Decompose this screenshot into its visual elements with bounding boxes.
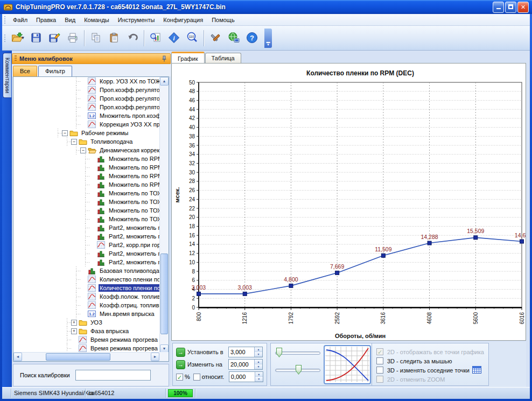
spin-down-icon[interactable]: ▼: [255, 377, 263, 382]
data-point[interactable]: [520, 240, 524, 243]
horizontal-slider-2[interactable]: [275, 365, 320, 375]
spin-up-icon[interactable]: ▲: [255, 360, 262, 364]
2d-cancel-zoom-checkbox[interactable]: [376, 376, 383, 383]
data-point[interactable]: [428, 241, 431, 245]
tree-item[interactable]: Множитель по ТОЖ 1 (L-p: [13, 206, 160, 215]
help-button[interactable]: ?: [243, 29, 261, 48]
tree-item[interactable]: Множитель по RPM-GBC 1: [13, 172, 160, 180]
scroll-up-button[interactable]: ▲: [160, 77, 169, 86]
tree-item[interactable]: Время режима прогрева (для УОЗ: [13, 335, 160, 344]
data-point[interactable]: [289, 284, 293, 287]
change-value-input[interactable]: [229, 360, 254, 369]
open-dropdown-icon[interactable]: ▼: [21, 36, 25, 40]
collapse-icon[interactable]: −: [80, 147, 86, 153]
tree-item[interactable]: Коэфф.полож. топливной плен: [13, 292, 160, 301]
grid-icon[interactable]: [472, 366, 481, 375]
tree-item[interactable]: −Рабочие режимы: [13, 129, 160, 137]
undo-button[interactable]: [123, 29, 142, 48]
comments-tab[interactable]: Комментарии: [3, 53, 11, 98]
search-input[interactable]: [75, 370, 151, 381]
horizontal-slider-1[interactable]: [275, 348, 320, 358]
data-point[interactable]: [474, 236, 478, 240]
spin-down-icon[interactable]: ▼: [255, 352, 262, 357]
tree-vertical-scrollbar[interactable]: ▲ ▼: [159, 77, 169, 353]
menu-item[interactable]: Файл: [9, 15, 32, 25]
tree-item[interactable]: Базовая топливоподача: [13, 266, 160, 275]
data-point[interactable]: [381, 254, 385, 257]
menu-item[interactable]: Помощь: [207, 15, 239, 25]
spin-up-icon[interactable]: ▲: [255, 347, 262, 352]
slider-thumb[interactable]: [296, 365, 302, 375]
tree-item[interactable]: Part2, корр.при горячем пу: [13, 241, 160, 249]
tab-all[interactable]: Все: [13, 66, 37, 76]
tree-item[interactable]: Part2, множитель по ТОЖ: [13, 258, 160, 266]
tree-item[interactable]: −Динамическая коррекция в р: [13, 146, 160, 154]
data-point[interactable]: [335, 271, 339, 275]
spin-up-icon[interactable]: ▲: [255, 372, 263, 377]
expand-icon[interactable]: +: [71, 328, 77, 334]
plot-area[interactable]: [199, 82, 522, 307]
tree-item[interactable]: Множитель по ТОЖ 2 (L-p: [13, 198, 160, 206]
paste-button[interactable]: [105, 29, 123, 48]
copy-button[interactable]: [87, 29, 105, 48]
tree-item[interactable]: Part2, множитель по ТОЖ: [13, 223, 160, 232]
pin-icon[interactable]: [161, 55, 167, 62]
tree-horizontal-scrollbar[interactable]: ◄ ►: [13, 352, 159, 361]
menu-item[interactable]: Инструменты: [114, 15, 159, 25]
data-point[interactable]: [243, 292, 247, 296]
slider-thumb[interactable]: [276, 348, 282, 357]
change-value-button[interactable]: →: [176, 360, 185, 369]
3d-follow-mouse-checkbox[interactable]: [376, 357, 383, 364]
collapse-icon[interactable]: −: [62, 130, 68, 136]
menu-item[interactable]: Правка: [32, 15, 60, 25]
scroll-left-button[interactable]: ◄: [13, 353, 22, 361]
save-as-button[interactable]: [45, 29, 64, 48]
maximize-button[interactable]: [505, 2, 516, 13]
tree-item[interactable]: Проп.коэфф.регулятора УОЗ 2: [13, 103, 160, 111]
option-2d-show-all-points[interactable]: ✓2D - отображать все точки графика: [376, 348, 484, 356]
toolbar-overflow-button[interactable]: ▬▾: [264, 29, 272, 48]
tree-item[interactable]: Part2, множитель по ТОЖ: [13, 249, 160, 258]
vertical-scroll-thumb[interactable]: [160, 254, 168, 334]
scroll-right-button[interactable]: ►: [151, 353, 159, 361]
tree-item[interactable]: Количество пленки по RPM (IN: [13, 275, 160, 284]
minimize-button[interactable]: [493, 2, 504, 13]
set-value-input[interactable]: [229, 347, 254, 357]
tree-item[interactable]: Множитель по ТОЖ 2 (L-p: [13, 215, 160, 223]
option-3d-follow-mouse[interactable]: 3D - следить за мышью: [376, 357, 452, 365]
menu-item[interactable]: Команды: [80, 15, 114, 25]
find-value-button[interactable]: 110: [183, 29, 201, 48]
tree-item[interactable]: −Топливоподача: [13, 137, 160, 146]
tree-item[interactable]: Множитель по ТОЖ 1 (L-p: [13, 189, 160, 198]
tab-table[interactable]: Таблица: [205, 53, 241, 63]
tree-item[interactable]: Коррекция УОЗ ХХ при прогреве: [13, 120, 160, 129]
option-2d-cancel-zoom[interactable]: 2D - отменить ZOOM: [376, 375, 445, 383]
chart-area[interactable]: Количество пленки по RPM (DEC)0246810121…: [171, 63, 526, 341]
relative-checkbox[interactable]: [193, 374, 200, 381]
option-3d-adjust-neighbors[interactable]: 3D - изменять соседние точки: [376, 366, 481, 374]
2d-show-all-points-checkbox[interactable]: ✓: [376, 348, 383, 355]
print-button[interactable]: [64, 29, 82, 48]
tree-item[interactable]: Множитель по RPM-GBC 2: [13, 163, 160, 172]
tree-item[interactable]: Время режима прогрева (для топл: [13, 344, 160, 353]
rpm-film-chart[interactable]: Количество пленки по RPM (DEC)0246810121…: [172, 64, 526, 340]
menu-item[interactable]: Конфигурация: [159, 15, 207, 25]
3d-adjust-neighbors-checkbox[interactable]: [376, 367, 383, 374]
tree-item[interactable]: +УОЗ: [13, 318, 160, 327]
tree-item[interactable]: Проп.коэфф.регулятора УОЗ 1: [13, 94, 160, 103]
tab-graph[interactable]: График: [171, 52, 205, 64]
data-point[interactable]: [197, 292, 201, 296]
info-button[interactable]: i: [165, 29, 183, 48]
web-update-button[interactable]: [225, 29, 243, 48]
tree-item[interactable]: Количество пленки по RPM (D: [13, 284, 160, 292]
tree-item[interactable]: Корр. УОЗ ХХ по ТОЖ: [13, 77, 160, 86]
tab-filter[interactable]: Фильтр: [38, 66, 72, 76]
close-button[interactable]: ✕: [517, 2, 529, 13]
horizontal-scroll-thumb[interactable]: [46, 353, 110, 361]
tree-item[interactable]: 1.2Мин.время впрыска: [13, 309, 160, 318]
tree-item[interactable]: +Фаза впрыска: [13, 327, 160, 335]
collapse-icon[interactable]: −: [71, 139, 77, 145]
percent-checkbox[interactable]: ✓: [176, 374, 183, 381]
curve-preview-button[interactable]: [324, 345, 371, 384]
compare-chart-button[interactable]: [146, 29, 165, 48]
